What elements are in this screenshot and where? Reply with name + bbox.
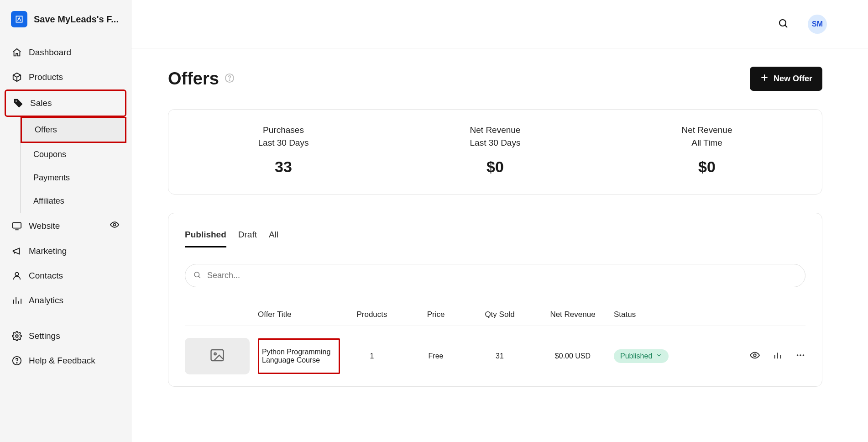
search-input[interactable] bbox=[185, 264, 805, 287]
table-header: Offer Title Products Price Qty Sold Net … bbox=[185, 304, 805, 326]
stat-label: Net Revenue bbox=[682, 125, 732, 135]
help-icon bbox=[12, 356, 22, 366]
page-header: Offers New Offer bbox=[168, 67, 822, 91]
subnav-label: Coupons bbox=[33, 150, 66, 159]
col-net: Net Revenue bbox=[532, 310, 614, 319]
stat-net-30: Net Revenue Last 30 Days $0 bbox=[389, 125, 601, 176]
more-action[interactable] bbox=[795, 350, 805, 362]
more-icon bbox=[795, 354, 805, 362]
stat-label: Purchases bbox=[263, 125, 304, 135]
sidebar-item-sales[interactable]: Sales bbox=[5, 89, 126, 117]
stat-label: Net Revenue bbox=[470, 125, 521, 135]
cell-products: 1 bbox=[340, 352, 404, 360]
subnav-item-payments[interactable]: Payments bbox=[21, 166, 126, 189]
subnav-label: Affiliates bbox=[33, 196, 64, 205]
page-title: Offers bbox=[168, 69, 219, 89]
stats-card: Purchases Last 30 Days 33 Net Revenue La… bbox=[168, 109, 822, 195]
tag-icon bbox=[13, 98, 23, 108]
sidebar-item-products[interactable]: Products bbox=[5, 65, 126, 89]
brand-logo-icon bbox=[11, 11, 27, 27]
stats-action[interactable] bbox=[773, 350, 783, 362]
subnav-item-offers[interactable]: Offers bbox=[21, 117, 126, 143]
avatar-initials: SM bbox=[812, 20, 823, 28]
svg-point-14 bbox=[797, 354, 799, 356]
svg-point-3 bbox=[15, 273, 18, 276]
stat-value: $0 bbox=[486, 158, 504, 176]
nav-label: Website bbox=[29, 221, 60, 231]
sidebar-item-marketing[interactable]: Marketing bbox=[5, 239, 126, 263]
nav-label: Sales bbox=[30, 98, 52, 108]
col-status: Status bbox=[614, 310, 714, 319]
cube-icon bbox=[12, 72, 22, 82]
subnav-label: Offers bbox=[35, 125, 57, 134]
stat-sub: Last 30 Days bbox=[258, 138, 309, 148]
tab-published[interactable]: Published bbox=[185, 230, 226, 247]
offer-title-cell[interactable]: Python Programming Language Course bbox=[258, 338, 340, 374]
stat-sub: All Time bbox=[691, 138, 722, 148]
megaphone-icon bbox=[12, 246, 22, 256]
nav-label: Contacts bbox=[29, 271, 63, 281]
sidebar-item-help[interactable]: Help & Feedback bbox=[5, 348, 126, 373]
col-offer-title: Offer Title bbox=[258, 310, 340, 319]
tab-label: Published bbox=[185, 230, 226, 239]
sidebar-item-contacts[interactable]: Contacts bbox=[5, 263, 126, 288]
svg-point-16 bbox=[803, 354, 805, 356]
image-icon bbox=[209, 347, 225, 365]
table-row[interactable]: Python Programming Language Course 1 Fre… bbox=[185, 326, 805, 386]
avatar[interactable]: SM bbox=[808, 15, 827, 34]
monitor-icon bbox=[12, 221, 22, 231]
svg-rect-11 bbox=[211, 350, 224, 361]
search-icon bbox=[778, 23, 789, 30]
cell-price: Free bbox=[404, 352, 468, 360]
nav-label: Analytics bbox=[29, 295, 63, 305]
stat-purchases: Purchases Last 30 Days 33 bbox=[178, 125, 389, 176]
col-price: Price bbox=[404, 310, 468, 319]
svg-rect-1 bbox=[13, 222, 21, 228]
svg-point-4 bbox=[16, 335, 18, 337]
table-card: Published Draft All Offer Title Products… bbox=[168, 213, 822, 387]
sidebar-item-dashboard[interactable]: Dashboard bbox=[5, 40, 126, 65]
bar-chart-icon bbox=[773, 354, 783, 362]
search-icon bbox=[193, 271, 201, 281]
eye-icon bbox=[750, 354, 760, 362]
cell-qty: 31 bbox=[468, 352, 532, 360]
sidebar-item-settings[interactable]: Settings bbox=[5, 324, 126, 348]
nav-label: Marketing bbox=[29, 246, 67, 256]
brand[interactable]: Save MyLeads's F... bbox=[5, 8, 126, 40]
tab-all[interactable]: All bbox=[269, 230, 278, 247]
sidebar-item-analytics[interactable]: Analytics bbox=[5, 288, 126, 313]
stat-sub: Last 30 Days bbox=[470, 138, 521, 148]
bar-chart-icon bbox=[12, 295, 22, 305]
nav-label: Help & Feedback bbox=[29, 356, 95, 366]
chevron-down-icon bbox=[656, 352, 662, 360]
eye-icon[interactable] bbox=[110, 220, 119, 232]
plus-icon bbox=[760, 73, 769, 84]
offer-thumbnail bbox=[185, 338, 250, 374]
svg-point-13 bbox=[753, 354, 756, 357]
tab-label: Draft bbox=[238, 230, 257, 239]
topbar: SM bbox=[131, 0, 868, 48]
main: SM Offers New Offer bbox=[131, 0, 868, 442]
tab-label: All bbox=[269, 230, 278, 239]
nav-main: Dashboard Products Sales Offers Coupons … bbox=[5, 40, 126, 434]
view-action[interactable] bbox=[750, 350, 760, 362]
tab-draft[interactable]: Draft bbox=[238, 230, 257, 247]
subnav-item-affiliates[interactable]: Affiliates bbox=[21, 189, 126, 213]
offer-title: Python Programming Language Course bbox=[262, 348, 330, 364]
status-pill[interactable]: Published bbox=[614, 349, 669, 363]
svg-point-10 bbox=[194, 272, 199, 277]
button-label: New Offer bbox=[774, 74, 812, 84]
help-circle-icon[interactable] bbox=[225, 73, 235, 85]
col-products: Products bbox=[340, 310, 404, 319]
stat-value: 33 bbox=[275, 158, 292, 176]
new-offer-button[interactable]: New Offer bbox=[750, 67, 822, 91]
tabs: Published Draft All bbox=[185, 230, 805, 247]
svg-point-9 bbox=[229, 79, 230, 80]
sidebar: Save MyLeads's F... Dashboard Products S… bbox=[0, 0, 131, 442]
user-icon bbox=[12, 271, 22, 281]
topbar-search-button[interactable] bbox=[775, 15, 791, 33]
svg-point-15 bbox=[800, 354, 801, 356]
sidebar-item-website[interactable]: Website bbox=[5, 213, 126, 239]
subnav-label: Payments bbox=[33, 173, 70, 182]
subnav-item-coupons[interactable]: Coupons bbox=[21, 143, 126, 166]
